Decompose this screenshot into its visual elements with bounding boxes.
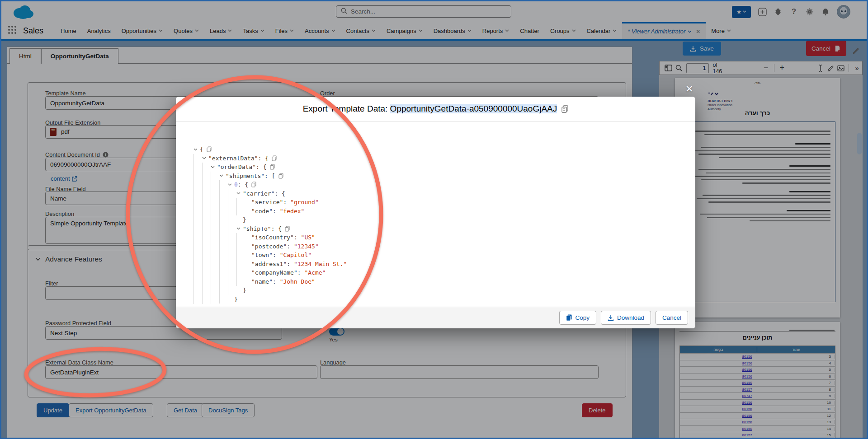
json-line: {	[193, 145, 347, 154]
close-icon[interactable]: ✕	[685, 84, 693, 94]
screen: Search... ★ ?	[0, 0, 868, 439]
json-line: "shipments": [	[193, 172, 347, 181]
json-line: "service": "ground"	[193, 198, 347, 207]
modal-cancel-button[interactable]: Cancel	[656, 311, 688, 325]
modal-copy-button[interactable]: Copy	[559, 311, 596, 325]
copy-node-icon[interactable]	[272, 155, 277, 161]
json-line: ]	[193, 304, 347, 304]
copy-node-icon[interactable]	[207, 146, 212, 152]
json-line: "name": "John Doe"	[193, 277, 347, 286]
modal-body: {"externalData": {"orderData": {"shipmen…	[176, 121, 695, 304]
json-line: 0: {	[193, 180, 347, 189]
json-line: "companyName": "Acme"	[193, 268, 347, 277]
json-line: "town": "Capitol"	[193, 251, 347, 260]
json-line: }	[193, 286, 347, 295]
json-line: "externalData": {	[193, 154, 347, 163]
download-icon	[608, 315, 614, 321]
json-line: }	[193, 295, 347, 304]
copy-icon	[566, 314, 572, 321]
json-tree: {"externalData": {"orderData": {"shipmen…	[193, 145, 347, 304]
copy-node-icon[interactable]	[285, 226, 290, 232]
json-line: }	[193, 215, 347, 224]
modal-title: Export Template Data: OpportunityGetData…	[303, 104, 557, 114]
modal-footer: Copy Download Cancel	[176, 307, 695, 328]
modal-header: Export Template Data: OpportunityGetData…	[176, 97, 695, 121]
modal-title-highlight: OpportunityGetData-a050900000UaoGjAAJ	[390, 104, 557, 113]
copy-node-icon[interactable]	[270, 164, 275, 170]
json-line: "shipTo": {	[193, 224, 347, 234]
copy-title-icon[interactable]	[561, 105, 568, 113]
json-line: "isoCountry": "US"	[193, 233, 347, 242]
copy-node-icon[interactable]	[278, 173, 283, 179]
json-line: "address1": "1234 Main St."	[193, 260, 347, 269]
json-line: "carrier": {	[193, 189, 347, 198]
json-line: "orderData": {	[193, 163, 347, 172]
export-template-data-modal: Export Template Data: OpportunityGetData…	[176, 97, 695, 328]
json-line: "code": "fedex"	[193, 207, 347, 216]
json-line: "postcode": "12345"	[193, 242, 347, 251]
copy-node-icon[interactable]	[251, 182, 256, 187]
modal-download-button[interactable]: Download	[601, 311, 651, 325]
